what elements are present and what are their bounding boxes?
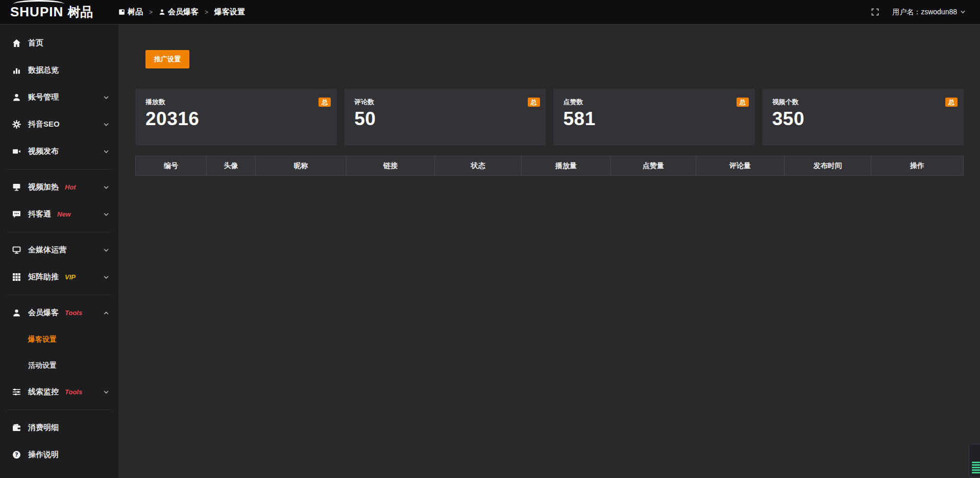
breadcrumb-label: 爆客设置 [214, 7, 245, 17]
sidebar-item-tag: Tools [65, 309, 82, 317]
video-icon [12, 147, 21, 156]
sidebar-item-label: 首页 [28, 38, 43, 48]
screen-icon [12, 183, 21, 192]
column-header: 发布时间 [785, 156, 871, 176]
gear-icon [12, 120, 21, 129]
sidebar-item-label: 视频加热 [28, 182, 59, 192]
chevron-down-icon [103, 211, 109, 218]
chat-icon [12, 210, 21, 219]
stat-value: 581 [564, 108, 749, 130]
floating-widget[interactable] [969, 444, 980, 477]
sidebar-item-tag: New [57, 210, 71, 218]
sidebar-item-label: 抖客通 [28, 209, 51, 219]
chevron-down-icon [103, 94, 109, 101]
table-header-row: 编号头像昵称链接状态播放量点赞量评论量发布时间操作 [136, 156, 963, 176]
main-content: 推广设置 播放数 总 20316 评论数 总 50 点赞数 总 581 视频个数… [118, 25, 980, 478]
sidebar-subitem-item[interactable]: 爆客设置 [0, 326, 118, 352]
sidebar-item-label: 会员爆客 [28, 308, 59, 318]
sidebar-divider [7, 169, 111, 170]
breadcrumb-item[interactable]: 会员爆客 [159, 7, 199, 17]
sidebar-item-label: 矩阵助推 [28, 272, 59, 282]
stat-card-item: 播放数 总 20316 [135, 89, 337, 146]
wallet-icon [12, 423, 21, 432]
sidebar-item-seo[interactable]: 抖音SEO [0, 111, 118, 138]
signal-bars-icon [972, 461, 980, 473]
column-header: 状态 [435, 156, 522, 176]
column-header: 评论量 [696, 156, 785, 176]
stat-card-item: 评论数 总 50 [344, 89, 546, 146]
chevron-down-icon [103, 274, 109, 280]
sidebar-item-label: 视频发布 [28, 147, 59, 156]
user-menu[interactable]: 用户名：zswodun88 [892, 8, 966, 17]
column-header: 操作 [871, 156, 963, 176]
sidebar-item-tag: Hot [65, 183, 76, 191]
chevron-down-icon [103, 184, 109, 190]
stat-label: 视频个数 [772, 98, 799, 107]
sidebar-item-item[interactable]: 会员爆客Tools [0, 299, 118, 326]
app-icon [118, 9, 125, 15]
sidebar-divider [7, 232, 111, 232]
chevron-down-icon [103, 149, 109, 155]
sidebar: 首页数据总览账号管理抖音SEO视频发布视频加热Hot抖客通New全媒体运营矩阵助… [0, 25, 118, 478]
breadcrumb-label: 会员爆客 [168, 7, 199, 17]
column-header: 链接 [347, 156, 435, 176]
column-header: 头像 [207, 156, 256, 176]
stat-label: 评论数 [354, 98, 374, 107]
user-icon [12, 93, 21, 102]
breadcrumb-label: 树品 [128, 7, 143, 17]
logo-text-cn: 树品 [67, 4, 93, 20]
sidebar-item-item[interactable]: 视频发布 [0, 138, 118, 165]
chevron-down-icon [960, 9, 966, 15]
total-badge: 总 [528, 98, 540, 107]
logo: SHUPIN 树品 [0, 4, 118, 20]
sidebar-item-item[interactable]: 数据总览 [0, 57, 118, 84]
stat-label: 点赞数 [564, 98, 583, 107]
breadcrumb-item[interactable]: 爆客设置 [214, 7, 245, 17]
total-badge: 总 [945, 98, 958, 107]
sidebar-item-item[interactable]: 抖客通New [0, 201, 118, 228]
column-header: 编号 [136, 156, 207, 176]
sidebar-item-label: 抖音SEO [28, 119, 60, 129]
stat-value: 50 [354, 108, 540, 130]
sidebar-item-item[interactable]: 消费明细 [0, 414, 118, 441]
sidebar-divider [7, 410, 111, 410]
user-icon [159, 9, 165, 15]
stat-cards: 播放数 总 20316 评论数 总 50 点赞数 总 581 视频个数 总 35… [135, 89, 964, 146]
sidebar-item-item[interactable]: 全媒体运营 [0, 236, 118, 264]
stat-value: 20316 [145, 108, 331, 130]
sliders-icon [12, 388, 21, 396]
question-icon [12, 450, 21, 459]
home-icon [12, 39, 21, 47]
chevron-down-icon [103, 247, 109, 253]
sidebar-subitem-item[interactable]: 活动设置 [0, 352, 118, 378]
breadcrumb-item[interactable]: 树品 [118, 7, 143, 17]
column-header: 点赞量 [611, 156, 696, 176]
sidebar-item-item[interactable]: 首页 [0, 30, 118, 57]
column-header: 播放量 [522, 156, 611, 176]
stat-card-item: 点赞数 总 581 [553, 89, 755, 146]
stat-value: 350 [772, 108, 958, 130]
promo-settings-button[interactable]: 推广设置 [145, 50, 189, 68]
sidebar-item-label: 账号管理 [28, 92, 59, 102]
top-bar: SHUPIN 树品 树品>会员爆客>爆客设置 用户名：zswodun88 [0, 0, 980, 25]
chevron-down-icon [103, 389, 109, 395]
sidebar-item-label: 数据总览 [28, 65, 59, 75]
sidebar-item-item[interactable]: 账号管理 [0, 84, 118, 111]
sidebar-item-item[interactable]: 线索监控Tools [0, 378, 118, 405]
member-icon [12, 308, 21, 317]
username-label: 用户名：zswodun88 [892, 8, 957, 17]
sidebar-item-item[interactable]: 视频加热Hot [0, 174, 118, 201]
chart-icon [12, 66, 21, 75]
chevron-up-icon [103, 310, 109, 316]
logo-arc [13, 0, 64, 8]
total-badge: 总 [737, 98, 749, 107]
sidebar-item-tag: VIP [65, 273, 76, 281]
total-badge: 总 [318, 98, 331, 107]
sidebar-item-item[interactable]: 操作说明 [0, 441, 118, 468]
fullscreen-icon[interactable] [871, 8, 879, 16]
sidebar-item-item[interactable]: 矩阵助推VIP [0, 264, 118, 291]
sidebar-item-label: 操作说明 [28, 450, 59, 460]
breadcrumb-separator: > [148, 9, 154, 16]
chevron-down-icon [103, 122, 109, 128]
sidebar-item-label: 全媒体运营 [28, 245, 66, 255]
